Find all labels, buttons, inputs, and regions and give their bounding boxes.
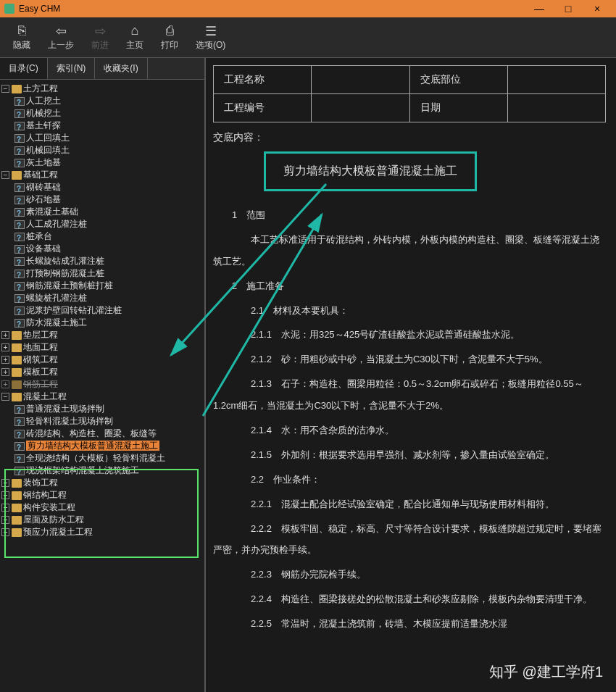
document-body: 1 范围 本工艺标准适用于砖混结构，外砖内模，外板内模的构造柱、圈梁、板缝等混凝… [213,204,606,635]
tree-folder[interactable]: 装饰工程 [23,478,58,488]
opts-button[interactable]: ☰选项(O) [187,20,234,54]
tab-fav[interactable]: 收藏夹(I) [95,58,147,79]
tree-item[interactable]: 螺旋桩孔灌注桩 [26,293,87,303]
toggle-icon[interactable]: + [1,356,9,364]
header-table: 工程名称 交底部位 工程编号 日期 [213,65,606,122]
folder-icon [12,393,22,401]
close-button[interactable]: × [583,3,612,14]
toggle-icon[interactable]: + [1,479,9,487]
back-icon: ⇦ [56,23,67,39]
tree-item[interactable]: 人工成孔灌注桩 [26,219,87,229]
tree-item[interactable]: 防水混凝土施工 [26,317,87,328]
page-icon [14,405,25,414]
tree-folder[interactable]: 混凝土工程 [23,391,67,401]
page-icon [14,319,25,328]
tree-item[interactable]: 基土钎探 [26,120,61,130]
toggle-icon[interactable]: − [1,393,9,401]
tree-folder[interactable]: 垫层工程 [23,330,58,340]
hdr-cell: 工程编号 [214,94,312,122]
tree-folder[interactable]: 基础工程 [23,170,58,180]
opts-icon: ☰ [205,23,217,39]
tree-item[interactable]: 钢筋混凝土预制桩打桩 [26,280,113,291]
print-button[interactable]: ⎙打印 [152,20,187,54]
tree-folder[interactable]: 屋面及防水工程 [23,514,84,525]
folder-icon [12,491,22,500]
maximize-button[interactable]: □ [554,3,583,14]
toolbar: ⎘隐藏⇦上一步⇨前进⌂主页⎙打印☰选项(O) [0,17,616,58]
folder-icon [12,516,22,525]
tree-folder[interactable]: 钢结构工程 [23,490,67,500]
tree-folder[interactable]: 预应力混凝土工程 [23,527,93,537]
page-icon [14,159,25,167]
hide-button[interactable]: ⎘隐藏 [4,20,39,54]
page-icon [14,417,25,426]
tree-item[interactable]: 普通混凝土现场拌制 [26,404,104,414]
document-title: 剪力墙结构大模板普通混凝土施工 [264,151,477,191]
tree-item[interactable]: 素混凝土基础 [26,207,78,217]
tree-item[interactable]: 灰土地基 [26,157,61,167]
paragraph: 本工艺标准适用于砖混结构，外砖内模，外板内模的构造柱、圈梁、板缝等混凝土浇筑工艺… [213,229,606,272]
tree-item[interactable]: 桩承台 [26,231,52,241]
page-icon [14,454,25,463]
tree-folder[interactable]: 地面工程 [23,342,58,352]
page-icon [14,220,25,229]
tree-item[interactable]: 剪力墙结构大模板普通混凝土施工 [26,441,159,451]
home-button[interactable]: ⌂主页 [117,20,152,54]
hdr-cell: 日期 [409,94,507,122]
page-icon [14,233,25,241]
paragraph: 2.2.3 钢筋办完院检手续。 [213,564,606,585]
tree-folder[interactable]: 模板工程 [23,367,58,377]
toggle-icon[interactable]: + [1,368,9,376]
folder-icon [12,504,22,512]
page-icon [14,430,25,438]
tree-item[interactable]: 砖混结构、构造柱、圈梁、板缝等 [26,428,157,438]
tree-item[interactable]: 长螺旋钻成孔灌注桩 [26,256,104,266]
page-icon [14,307,25,315]
tree-item[interactable]: 打预制钢筋混凝土桩 [26,268,104,278]
tree-item[interactable]: 轻骨料混凝土现场拌制 [26,416,113,426]
tree-item[interactable]: 现浇框架结构混凝土浇筑施工 [26,465,139,475]
toggle-icon[interactable]: − [1,171,9,179]
toggle-icon[interactable]: + [1,491,9,499]
tree-item[interactable]: 砂石地基 [26,194,61,204]
tree-folder[interactable]: 土方工程 [23,83,58,93]
tree-item[interactable]: 人工回填土 [26,133,70,143]
back-button[interactable]: ⇦上一步 [39,20,83,54]
tree-view[interactable]: −土方工程人工挖土机械挖土基土钎探人工回填土机械回填土灰土地基−基础工程砌砖基础… [0,80,204,692]
tab-contents[interactable]: 目录(C) [0,58,48,79]
tree-item[interactable]: 泥浆护壁回转钻孔灌注桩 [26,305,122,315]
toggle-icon[interactable]: + [1,343,9,351]
tree-item[interactable]: 全现浇结构（大模板）轻骨料混凝土 [26,453,165,463]
paragraph: 2.1.2 砂：用粗砂或中砂，当混凝土为C30以下时，含泥量不大于5%。 [213,349,606,370]
toggle-icon[interactable]: + [1,504,9,512]
tree-folder[interactable]: 钢筋工程 [23,379,58,389]
minimize-button[interactable]: — [525,3,554,14]
hdr-cell: 工程名称 [214,66,312,94]
folder-icon [12,356,22,364]
tree-item[interactable]: 设备基础 [26,243,61,254]
tree-folder[interactable]: 砌筑工程 [23,354,58,364]
paragraph: 2.2.4 构造往、圈梁接槎处的松散混凝土和砂浆应剔除，模板内杂物要清理干净。 [213,588,606,610]
paragraph: 2.1.4 水：用不含杂质的洁净水。 [213,420,606,441]
tree-folder[interactable]: 构件安装工程 [23,502,75,512]
tab-index[interactable]: 索引(N) [48,58,96,79]
content-pane[interactable]: 工程名称 交底部位 工程编号 日期 交底内容： 剪力墙结构大模板普通混凝土施工 … [206,58,616,692]
page-icon [14,294,25,303]
page-icon [14,208,25,217]
tree-item[interactable]: 机械挖土 [26,108,61,118]
toggle-icon[interactable]: + [1,380,9,388]
tree-item[interactable]: 人工挖土 [26,96,61,106]
paragraph: 2.2.2 模板牢固、稳定，标高、尺寸等符合设计要求，模板缝隙超过规定时，要堵塞… [213,518,606,562]
sidebar: 目录(C)索引(N)收藏夹(I) −土方工程人工挖土机械挖土基土钎探人工回填土机… [0,58,206,692]
tree-item[interactable]: 机械回填土 [26,145,70,155]
toggle-icon[interactable]: + [1,528,9,536]
page-icon [14,442,25,451]
sidebar-tabs: 目录(C)索引(N)收藏夹(I) [0,58,204,80]
toggle-icon[interactable]: − [1,85,9,93]
folder-icon [12,479,22,488]
toggle-icon[interactable]: + [1,516,9,524]
tree-item[interactable]: 砌砖基础 [26,182,61,192]
folder-icon [12,380,22,389]
fwd-icon: ⇨ [95,23,106,39]
toggle-icon[interactable]: + [1,331,9,339]
